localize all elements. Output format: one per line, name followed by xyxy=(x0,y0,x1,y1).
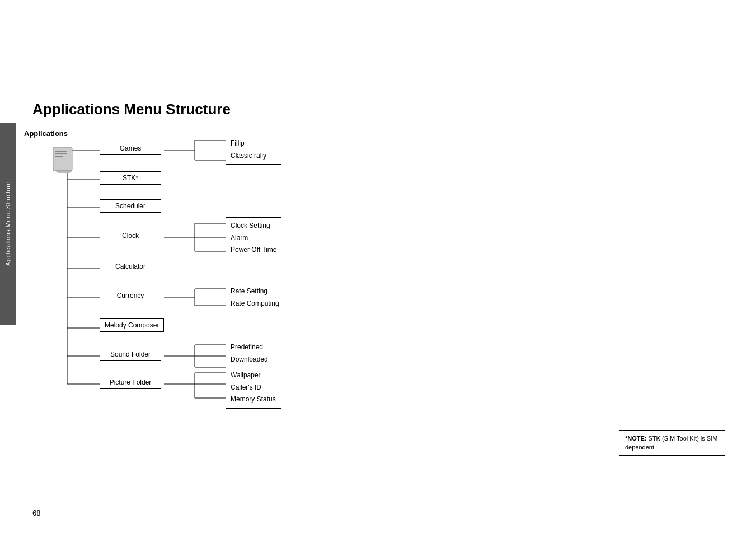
menu-item-picture: Picture Folder xyxy=(100,376,161,389)
menu-item-melody: Melody Composer xyxy=(100,318,164,332)
sub-item-downloaded: Downloaded xyxy=(231,354,276,366)
menu-item-stk: STK* xyxy=(100,171,161,185)
sub-item-classic-rally: Classic rally xyxy=(231,150,276,162)
side-tab: Applications Menu Structure xyxy=(0,123,16,325)
sub-items-currency: Rate Setting Rate Computing xyxy=(226,283,284,312)
menu-item-sound: Sound Folder xyxy=(100,348,161,361)
sub-items-clock: Clock Setting Alarm Power Off Time xyxy=(226,217,281,259)
applications-label: Applications xyxy=(24,129,68,138)
sub-item-wallpaper: Wallpaper xyxy=(231,369,276,382)
menu-item-scheduler: Scheduler xyxy=(100,199,161,213)
svg-rect-34 xyxy=(55,151,67,152)
svg-marker-37 xyxy=(55,171,72,173)
main-content: Applications Menu Structure xyxy=(16,101,575,420)
sub-items-picture: Wallpaper Caller's ID Memory Status xyxy=(226,367,281,409)
sub-items-games: Fillip Classic rally xyxy=(226,135,281,165)
sub-item-callers-id: Caller's ID xyxy=(231,382,276,394)
menu-item-clock: Clock xyxy=(100,229,161,242)
note-box: *NOTE: STK (SIM Tool Kit) is SIM depende… xyxy=(619,430,725,456)
page-title: Applications Menu Structure xyxy=(32,101,575,118)
page-number: 68 xyxy=(32,509,40,517)
sub-item-rate-computing: Rate Computing xyxy=(231,298,279,310)
sub-item-clock-setting: Clock Setting xyxy=(231,220,276,232)
sub-item-predefined: Predefined xyxy=(231,341,276,354)
sub-item-rate-setting: Rate Setting xyxy=(231,285,279,298)
sub-item-fillip: Fillip xyxy=(231,138,276,150)
sub-item-power-off-time: Power Off Time xyxy=(231,244,276,256)
menu-item-calculator: Calculator xyxy=(100,260,161,273)
diagram: Applications Games STK* Scheduler Clock xyxy=(21,129,480,420)
sub-item-alarm: Alarm xyxy=(231,232,276,245)
menu-item-currency: Currency xyxy=(100,289,161,302)
menu-item-games: Games xyxy=(100,142,161,155)
note-asterisk: *NOTE: STK (SIM Tool Kit) is SIM depende… xyxy=(625,435,717,450)
phone-icon xyxy=(52,146,77,174)
side-tab-label: Applications Menu Structure xyxy=(4,181,11,266)
svg-rect-35 xyxy=(55,153,67,154)
sub-item-picture-memory-status: Memory Status xyxy=(231,394,276,406)
svg-rect-36 xyxy=(55,156,63,157)
